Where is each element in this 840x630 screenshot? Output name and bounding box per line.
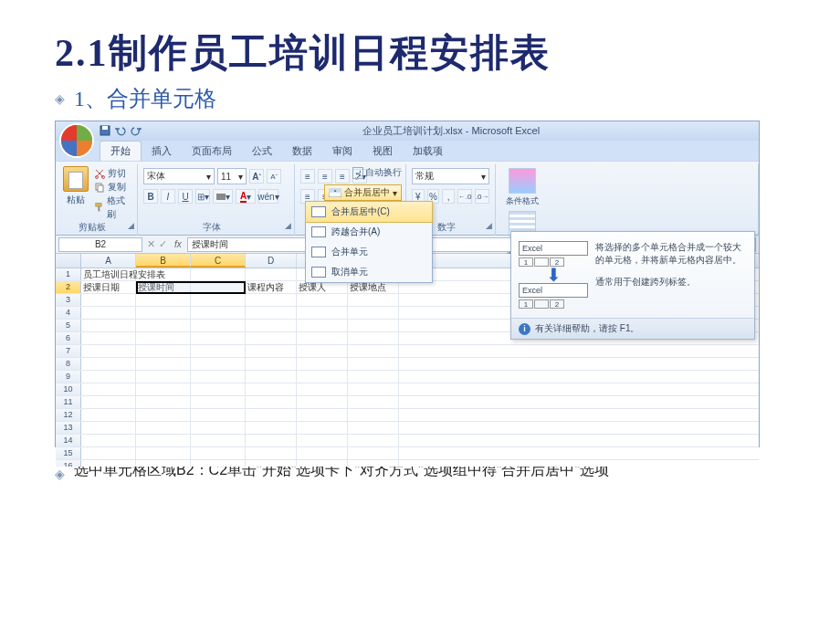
bullet-icon: ◈ [55, 91, 65, 106]
format-painter-button[interactable]: 格式刷 [94, 194, 131, 221]
merge-across-item[interactable]: 跨越合并(A) [306, 222, 432, 242]
subtitle-row: ◈ 1、合并单元格 [55, 84, 785, 113]
border-button[interactable]: ⊞▾ [195, 189, 210, 204]
cut-button[interactable]: 剪切 [94, 166, 131, 180]
title-bar: 企业员工培训计划.xlsx - Microsoft Excel [56, 121, 759, 141]
merge-icon: a [329, 188, 341, 197]
col-header[interactable]: C [191, 254, 246, 268]
inc-decimal-button[interactable]: ←.0 [457, 189, 472, 204]
phonetic-button[interactable]: wén▾ [258, 189, 278, 204]
bold-button[interactable]: B [143, 189, 158, 204]
tooltip-illustration: Excel 12 ⬇ Excel 12 [519, 241, 588, 309]
launcher-icon[interactable]: ◢ [285, 221, 291, 230]
merge-center-button[interactable]: a 合并后居中▾ [324, 184, 402, 201]
document-title: 企业员工培训计划.xlsx - Microsoft Excel [143, 124, 759, 138]
svg-rect-6 [96, 204, 101, 207]
group-styles: 条件格式 套用 表格格式 [496, 164, 759, 236]
tab-data[interactable]: 数据 [282, 142, 322, 161]
subtitle: 1、合并单元格 [74, 84, 216, 113]
merge-tooltip: Excel 12 ⬇ Excel 12 将选择的多个单元格合并成一个较大的单元格… [510, 231, 755, 340]
cell[interactable]: 授课日期 [81, 281, 136, 293]
arrow-down-icon: ⬇ [519, 268, 588, 281]
ribbon: 粘贴 剪切 复制 格式刷 剪贴板◢ 宋体▾ 11▾ Aˆ Aˇ [56, 161, 759, 236]
svg-point-2 [96, 175, 99, 178]
cell[interactable]: 课程内容 [246, 281, 297, 293]
cell[interactable] [191, 281, 246, 293]
info-icon: i [519, 323, 530, 335]
comma-button[interactable]: , [442, 189, 455, 204]
launcher-icon[interactable]: ◢ [128, 221, 134, 230]
font-label: 字体 [203, 222, 221, 232]
number-label: 数字 [437, 222, 456, 232]
font-select[interactable]: 宋体▾ [143, 168, 215, 184]
number-format-select[interactable]: 常规▾ [412, 168, 489, 184]
unmerge-item[interactable]: 取消单元 [306, 262, 432, 282]
col-header[interactable]: D [246, 254, 297, 268]
tab-layout[interactable]: 页面布局 [182, 142, 242, 161]
merge-center-item[interactable]: 合并后居中(C) [305, 201, 433, 223]
group-alignment: ≡ ≡ ≡ ⤢▾ ≡ ≡ ≡ ⇤ ⇥ ⤶自动换行 a 合并后居中▾ [295, 164, 406, 236]
cancel-icon[interactable]: ✕ [147, 238, 155, 250]
grow-font-button[interactable]: Aˆ [249, 169, 264, 184]
paste-icon [63, 166, 89, 192]
col-header[interactable]: B [136, 254, 191, 268]
copy-button[interactable]: 复制 [94, 180, 131, 194]
excel-window: 企业员工培训计划.xlsx - Microsoft Excel 开始 插入 页面… [55, 121, 760, 447]
clipboard-label: 剪贴板 [79, 222, 106, 232]
slide-title: 2.1制作员工培训日程安排表 [55, 27, 785, 79]
ribbon-tabs: 开始 插入 页面布局 公式 数据 审阅 视图 加载项 [56, 141, 759, 161]
tab-formula[interactable]: 公式 [242, 142, 282, 161]
shrink-font-button[interactable]: Aˇ [267, 169, 281, 184]
select-all-corner[interactable] [56, 254, 81, 268]
office-button[interactable] [59, 123, 94, 158]
row-header[interactable]: 2 [56, 281, 81, 293]
redo-icon[interactable] [131, 125, 143, 138]
svg-rect-1 [102, 126, 108, 130]
undo-icon[interactable] [115, 125, 128, 138]
fill-color-button[interactable]: ▾ [213, 189, 233, 204]
italic-button[interactable]: I [161, 189, 175, 204]
row-header[interactable]: 1 [56, 268, 81, 280]
cond-format-icon [509, 168, 536, 194]
dec-decimal-button[interactable]: .0→ [475, 189, 489, 204]
col-header[interactable]: A [81, 254, 136, 268]
name-box[interactable]: B2 [58, 237, 142, 252]
svg-rect-5 [98, 185, 103, 192]
tab-home[interactable]: 开始 [100, 141, 142, 161]
quick-access-toolbar [100, 125, 143, 138]
merge-dropdown: 合并后居中(C) 跨越合并(A) 合并单元 取消单元 [305, 201, 433, 283]
font-color-button[interactable]: A▾ [236, 189, 256, 204]
merge-cells-item[interactable]: 合并单元 [306, 242, 432, 262]
group-font: 宋体▾ 11▾ Aˆ Aˇ B I U ⊞▾ ▾ A▾ wén▾ 字体◢ [138, 164, 295, 236]
tab-insert[interactable]: 插入 [142, 142, 182, 161]
fx-icon[interactable]: fx [174, 239, 182, 249]
paste-button[interactable]: 粘贴 [61, 166, 90, 221]
tab-addin[interactable]: 加载项 [403, 142, 453, 161]
cond-format-button[interactable]: 条件格式 [501, 168, 543, 207]
align-top-button[interactable]: ≡ [300, 169, 315, 184]
tooltip-footer: i 有关详细帮助，请按 F1。 [511, 318, 754, 339]
font-size-select[interactable]: 11▾ [217, 168, 247, 184]
tooltip-text: 将选择的多个单元格合并成一个较大的单元格，并将新单元格内容居中。 通常用于创建跨… [595, 241, 747, 309]
wrap-text-button[interactable]: ⤶自动换行 [352, 166, 402, 179]
group-clipboard: 粘贴 剪切 复制 格式刷 剪贴板◢ [56, 164, 138, 236]
underline-button[interactable]: U [178, 189, 193, 204]
cell[interactable]: 员工培训日程安排表 [81, 268, 136, 280]
tab-view[interactable]: 视图 [362, 142, 403, 161]
svg-rect-7 [99, 206, 100, 211]
tab-review[interactable]: 审阅 [322, 142, 362, 161]
bullet-icon: ◈ [55, 464, 65, 484]
align-bot-button[interactable]: ≡ [335, 169, 350, 184]
launcher-icon[interactable]: ◢ [486, 221, 492, 230]
cell[interactable]: 授课时间 [136, 281, 191, 293]
enter-icon[interactable]: ✓ [159, 238, 167, 250]
align-mid-button[interactable]: ≡ [318, 169, 332, 184]
save-icon[interactable] [100, 125, 112, 138]
